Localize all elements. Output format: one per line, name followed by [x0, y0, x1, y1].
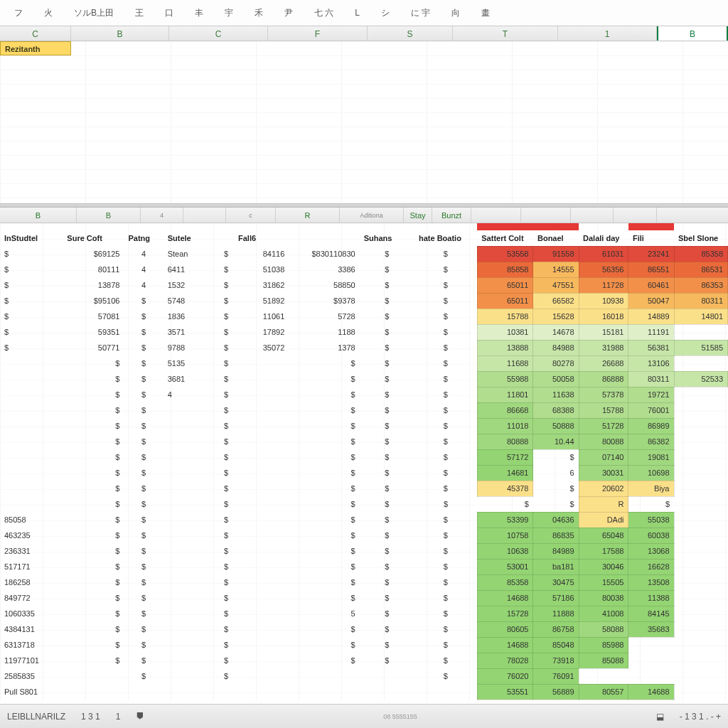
- cell[interactable]: $: [218, 637, 234, 653]
- cell[interactable]: $: [0, 309, 63, 324]
- cell[interactable]: 84116: [234, 246, 289, 262]
- cell[interactable]: $: [218, 621, 234, 637]
- cell[interactable]: [0, 449, 63, 465]
- cell[interactable]: 56381: [628, 340, 674, 355]
- cell[interactable]: $: [124, 606, 163, 621]
- cell[interactable]: $830110830: [289, 246, 359, 262]
- cell[interactable]: $: [218, 543, 234, 559]
- column-header[interactable]: 1: [558, 26, 657, 41]
- cell[interactable]: $: [414, 340, 477, 355]
- cell[interactable]: 11638: [533, 387, 579, 402]
- cell[interactable]: $: [414, 355, 477, 371]
- cell[interactable]: $: [414, 387, 477, 402]
- toolbar-item[interactable]: 尹: [284, 7, 293, 19]
- cell[interactable]: 56889: [533, 684, 579, 700]
- cell[interactable]: $: [360, 606, 414, 621]
- cell[interactable]: 14555: [533, 262, 579, 277]
- cell[interactable]: [674, 355, 728, 371]
- cell[interactable]: 11018: [477, 418, 533, 434]
- cell[interactable]: $: [63, 465, 124, 481]
- cell[interactable]: [164, 621, 218, 637]
- cell[interactable]: 50771: [63, 340, 124, 355]
- cell[interactable]: 58088: [579, 621, 628, 637]
- table-header-cell[interactable]: Dalali day: [579, 230, 628, 246]
- cell[interactable]: $: [360, 340, 414, 355]
- table-row[interactable]: 236331$$$$$$10638849891758813068: [0, 543, 728, 559]
- cell[interactable]: ba181: [533, 559, 579, 574]
- cell[interactable]: $: [218, 293, 234, 309]
- cell[interactable]: [234, 653, 289, 668]
- cell[interactable]: $: [218, 512, 234, 528]
- cell[interactable]: $: [360, 559, 414, 574]
- cell[interactable]: [674, 606, 728, 621]
- cell[interactable]: [234, 371, 289, 387]
- cell[interactable]: 35072: [234, 340, 289, 355]
- cell[interactable]: $: [218, 559, 234, 574]
- cell[interactable]: 76020: [477, 668, 533, 684]
- column-header[interactable]: S: [368, 26, 453, 41]
- cell[interactable]: $: [360, 418, 414, 434]
- toolbar-item[interactable]: フ: [14, 7, 23, 19]
- column-header[interactable]: [571, 208, 614, 223]
- cell[interactable]: [674, 590, 728, 606]
- cell[interactable]: [234, 481, 289, 496]
- cell[interactable]: [234, 668, 289, 684]
- table-row[interactable]: $8011146411$510383386$$85858145555635686…: [0, 262, 728, 277]
- toolbar-item[interactable]: 向: [451, 7, 460, 19]
- cell[interactable]: 26688: [579, 355, 628, 371]
- cell[interactable]: [0, 402, 63, 418]
- column-header[interactable]: [183, 208, 226, 223]
- cell[interactable]: $: [218, 355, 234, 371]
- cell[interactable]: $: [289, 653, 359, 668]
- cell[interactable]: $: [289, 496, 359, 512]
- cell[interactable]: [234, 355, 289, 371]
- cell[interactable]: 57186: [533, 590, 579, 606]
- toolbar-item[interactable]: 丰: [195, 7, 203, 19]
- cell[interactable]: $: [414, 465, 477, 481]
- cell[interactable]: $: [218, 434, 234, 449]
- cell[interactable]: $: [218, 653, 234, 668]
- cell[interactable]: 15788: [579, 402, 628, 418]
- cell[interactable]: 13888: [477, 340, 533, 355]
- cell[interactable]: 5748: [164, 293, 218, 309]
- cell[interactable]: [674, 574, 728, 590]
- cell[interactable]: 65048: [579, 528, 628, 543]
- cell[interactable]: 51892: [234, 293, 289, 309]
- cell[interactable]: 6313718: [0, 637, 63, 653]
- cell[interactable]: 86668: [477, 402, 533, 418]
- cell[interactable]: $: [218, 309, 234, 324]
- cell[interactable]: 13106: [628, 355, 674, 371]
- cell[interactable]: [63, 684, 124, 700]
- cell[interactable]: $: [218, 371, 234, 387]
- cell[interactable]: $: [63, 606, 124, 621]
- column-header[interactable]: T: [453, 26, 558, 41]
- cell[interactable]: $: [0, 277, 63, 293]
- table-row[interactable]: 2585835$$$7602076091: [0, 668, 728, 684]
- cell[interactable]: 41008: [579, 606, 628, 621]
- cell[interactable]: $: [360, 637, 414, 653]
- cell[interactable]: $: [289, 449, 359, 465]
- cell[interactable]: 50888: [533, 418, 579, 434]
- cell[interactable]: 73918: [533, 653, 579, 668]
- cell[interactable]: 14688: [628, 684, 674, 700]
- table-header-cell[interactable]: Patng: [124, 230, 163, 246]
- cell[interactable]: $: [218, 590, 234, 606]
- cell[interactable]: $: [63, 559, 124, 574]
- table-row[interactable]: $$$$$$11018508885172886989: [0, 418, 728, 434]
- cell[interactable]: 4: [124, 262, 163, 277]
- cell[interactable]: $: [218, 465, 234, 481]
- cell[interactable]: 5728: [289, 309, 359, 324]
- cell[interactable]: 517171: [0, 559, 63, 574]
- cell[interactable]: $: [360, 481, 414, 496]
- toolbar-item[interactable]: 畫: [481, 7, 490, 19]
- cell[interactable]: 14681: [477, 465, 533, 481]
- cell[interactable]: 15181: [579, 324, 628, 340]
- cell[interactable]: 57172: [477, 449, 533, 465]
- cell[interactable]: [164, 496, 218, 512]
- cell[interactable]: $: [124, 574, 163, 590]
- table-header-cell[interactable]: Fili: [628, 230, 674, 246]
- cell[interactable]: [674, 324, 728, 340]
- cell[interactable]: $: [289, 355, 359, 371]
- cell[interactable]: [674, 481, 728, 496]
- table-row[interactable]: 6313718$$$$$$146888504885988: [0, 637, 728, 653]
